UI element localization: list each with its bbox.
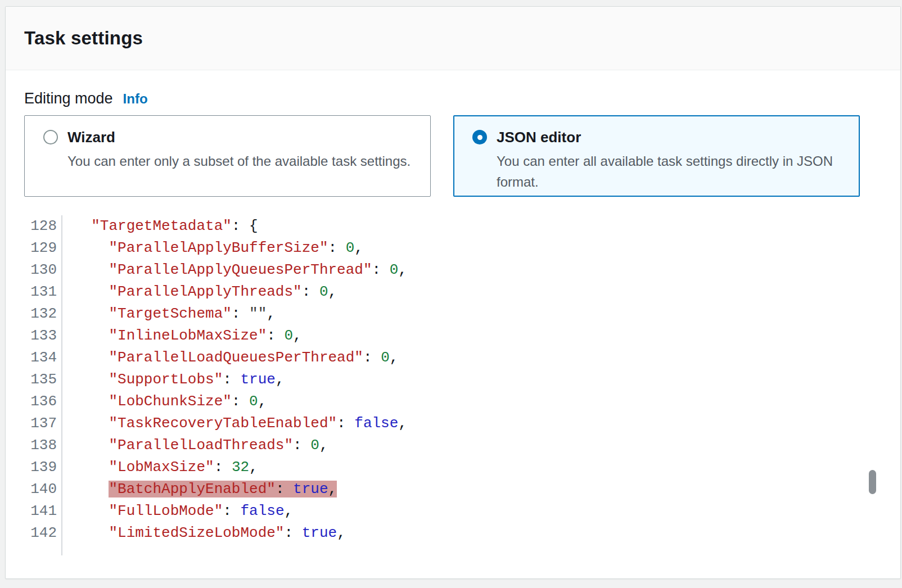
code-text: "ParallelApplyQueuesPerThread": 0, [62,259,407,281]
line-number: 142 [24,522,57,544]
code-text: "TaskRecoveryTableEnabled": false, [62,413,407,435]
panel-title: Task settings [24,28,143,49]
code-line[interactable]: 131 "ParallelApplyThreads": 0, [24,281,882,303]
editing-mode-row: Editing mode Info [24,90,882,107]
radio-selected-icon[interactable] [472,130,487,144]
code-line[interactable]: 137 "TaskRecoveryTableEnabled": false, [24,413,882,435]
code-text: "LimitedSizeLobMode": true, [62,522,346,544]
code-line[interactable]: 136 "LobChunkSize": 0, [24,391,882,413]
line-number: 134 [24,347,57,369]
line-number: 136 [24,391,57,413]
line-number: 129 [24,237,57,259]
editing-mode-label: Editing mode [24,90,113,107]
code-line[interactable]: 128 "TargetMetadata": { [24,215,882,237]
code-line[interactable]: 142 "LimitedSizeLobMode": true, [24,522,882,544]
info-link[interactable]: Info [123,91,148,107]
code-text: "LobChunkSize": 0, [62,391,267,413]
line-number: 135 [24,369,57,391]
tile-json-editor-title: JSON editor [497,128,844,146]
scrollbar-thumb[interactable] [869,470,876,494]
line-number: 133 [24,325,57,347]
highlighted-code: "BatchApplyEnabled": true, [109,481,337,497]
code-line[interactable]: 133 "InlineLobMaxSize": 0, [24,325,882,347]
code-text: "TargetMetadata": { [62,215,258,237]
code-line[interactable]: 141 "FullLobMode": false, [24,500,882,522]
tile-json-editor[interactable]: JSON editor You can enter all available … [453,115,860,197]
panel-header: Task settings [6,7,900,70]
tile-wizard[interactable]: Wizard You can enter only a subset of th… [24,115,431,197]
line-number: 139 [24,456,57,478]
code-line[interactable]: 140 "BatchApplyEnabled": true, [24,478,882,500]
code-text: "TargetSchema": "", [62,303,276,325]
code-text: "ParallelLoadThreads": 0, [62,435,328,456]
line-number: 137 [24,413,57,435]
line-number: 138 [24,435,57,456]
radio-unselected-icon[interactable] [43,130,58,144]
code-text: "ParallelLoadQueuesPerThread": 0, [62,347,398,369]
line-number: 132 [24,303,57,325]
tile-wizard-description: You can enter only a subset of the avail… [67,151,411,171]
line-number: 130 [24,259,57,281]
code-text: "ParallelApplyBufferSize": 0, [62,237,363,259]
line-number: 141 [24,500,57,522]
code-line[interactable]: 138 "ParallelLoadThreads": 0, [24,435,882,456]
code-text: "FullLobMode": false, [62,500,293,522]
code-line[interactable]: 132 "TargetSchema": "", [24,303,882,325]
tile-wizard-title: Wizard [67,128,411,146]
line-number: 128 [24,215,57,237]
code-line[interactable]: 135 "SupportLobs": true, [24,369,882,391]
code-text: "LobMaxSize": 32, [62,456,258,478]
code-line[interactable]: 139 "LobMaxSize": 32, [24,456,882,478]
panel-body: Editing mode Info Wizard You can enter o… [6,90,900,555]
editing-mode-options: Wizard You can enter only a subset of th… [24,115,882,197]
code-text: "SupportLobs": true, [62,369,285,391]
code-text: "ParallelApplyThreads": 0, [62,281,337,303]
code-text: "BatchApplyEnabled": true, [62,478,337,500]
json-code-editor[interactable]: 128 "TargetMetadata": {129 "ParallelAppl… [24,215,882,555]
line-number: 131 [24,281,57,303]
gutter-stub [24,544,882,555]
code-line[interactable]: 129 "ParallelApplyBufferSize": 0, [24,237,882,259]
tile-json-editor-description: You can enter all available task setting… [497,151,844,192]
code-line[interactable]: 134 "ParallelLoadQueuesPerThread": 0, [24,347,882,369]
code-text: "InlineLobMaxSize": 0, [62,325,302,347]
task-settings-panel: Task settings Editing mode Info Wizard Y… [5,6,901,579]
line-number: 140 [24,478,57,500]
code-line[interactable]: 130 "ParallelApplyQueuesPerThread": 0, [24,259,882,281]
